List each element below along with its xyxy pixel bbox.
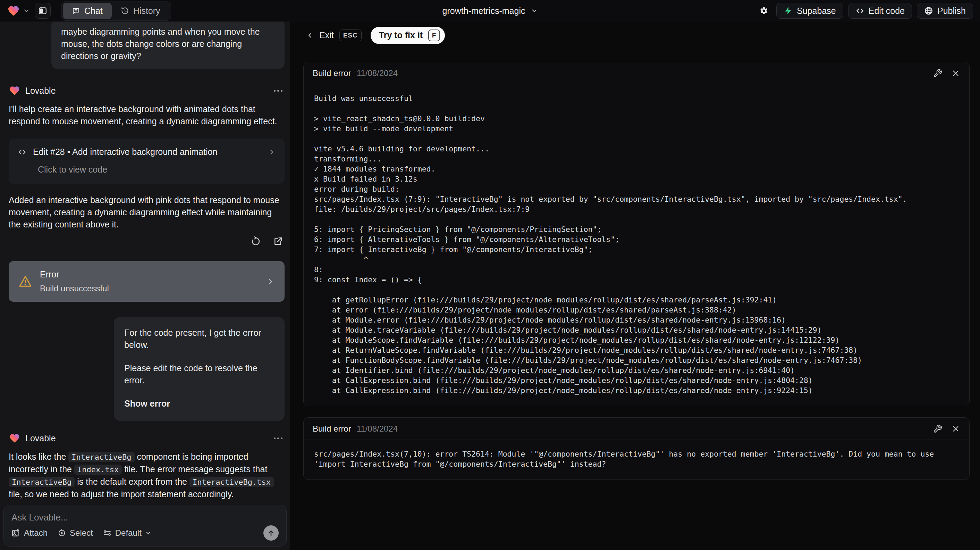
build-error-header: Build error 11/08/2024 xyxy=(304,62,969,84)
chevron-down-icon xyxy=(531,7,538,14)
error-card[interactable]: Error Build unsuccessful xyxy=(9,261,285,302)
attach-image-icon xyxy=(11,528,21,537)
select-target-icon xyxy=(57,528,66,537)
attach-label: Attach xyxy=(24,528,48,538)
log-line: at getRollupError (file:///builds/29/pro… xyxy=(314,295,959,305)
log-line: Build was unsuccessful xyxy=(314,93,959,104)
assistant-message: I'll help create an interactive backgrou… xyxy=(9,103,285,128)
fix-label: Try to fix it xyxy=(379,30,423,40)
build-error-panel-1: Build error 11/08/2024 Build was unsucce… xyxy=(303,62,970,406)
sidebar-panel-icon xyxy=(38,6,47,15)
topbar: Chat History growth-metrics-magic S xyxy=(0,0,980,22)
assistant-header: Lovable xyxy=(9,433,285,444)
publish-label: Publish xyxy=(937,6,966,16)
build-error-title: Build error xyxy=(313,424,351,434)
project-selector[interactable]: growth-metrics-magic xyxy=(442,0,538,22)
build-error-header: Build error 11/08/2024 xyxy=(304,418,969,440)
tab-history[interactable]: History xyxy=(112,3,169,19)
log-line: > vite_react_shadcn_ts@0.0.0 build:dev xyxy=(314,113,959,124)
close-icon[interactable] xyxy=(951,424,960,433)
esc-key-badge: ESC xyxy=(339,30,361,41)
lovable-avatar xyxy=(9,433,21,444)
log-line: at error (file:///builds/29/project/node… xyxy=(314,305,959,315)
chevron-right-icon xyxy=(267,277,275,286)
log-line: 7: import { InteractiveBg } from "@/comp… xyxy=(314,244,959,255)
message-actions xyxy=(9,235,285,248)
arrow-up-icon xyxy=(267,529,275,537)
message-text: file, so we need to adjust the import st… xyxy=(9,489,234,499)
log-line: 9: const Index = () => { xyxy=(314,275,959,285)
lovable-logo-icon xyxy=(7,5,20,17)
log-line: at Module.error (file:///builds/29/proje… xyxy=(314,315,959,325)
error-card-subtitle: Build unsuccessful xyxy=(40,284,109,293)
history-clock-icon xyxy=(121,6,129,15)
chevron-down-icon xyxy=(145,530,151,536)
log-line: 6: import { AlternativeTools } from "@/c… xyxy=(314,234,959,244)
tab-chat[interactable]: Chat xyxy=(63,3,112,19)
chevron-left-icon xyxy=(306,32,314,39)
globe-icon xyxy=(924,6,933,15)
supabase-button[interactable]: Supabase xyxy=(776,3,843,19)
log-line: 5: import { PricingSection } from "@/com… xyxy=(314,224,959,234)
build-error-title: Build error xyxy=(313,69,351,78)
publish-button[interactable]: Publish xyxy=(917,3,973,19)
log-line: at ReturnValueScope.findVariable (file:/… xyxy=(314,345,959,355)
chat-input[interactable] xyxy=(11,512,278,525)
chat-scroll-area[interactable]: maybe diagramming points and when you mo… xyxy=(0,22,290,502)
attach-button[interactable]: Attach xyxy=(11,528,48,538)
select-label: Select xyxy=(70,528,93,538)
edit-code-label: Edit code xyxy=(869,6,905,16)
log-line xyxy=(314,214,959,224)
chevron-right-icon xyxy=(268,148,275,156)
log-line: at ModuleScope.findVariable (file:///bui… xyxy=(314,335,959,345)
log-line: at CallExpression.bind (file:///builds/2… xyxy=(314,375,959,386)
log-line: at CallExpression.bind (file:///builds/2… xyxy=(314,386,959,395)
inline-code: InteractiveBg xyxy=(68,452,134,462)
composer: Attach Select Default xyxy=(3,505,286,547)
build-log: src/pages/Index.tsx(7,10): error TS2614:… xyxy=(304,440,969,480)
message-text: It looks like the xyxy=(9,452,68,461)
workspace-menu[interactable] xyxy=(7,5,30,17)
close-icon[interactable] xyxy=(951,69,960,78)
edit-card-subtitle: Click to view code xyxy=(38,164,275,175)
send-button[interactable] xyxy=(263,525,278,540)
log-line xyxy=(314,285,959,295)
sidebar-toggle-button[interactable] xyxy=(35,3,51,19)
message-text: is the default export from the xyxy=(75,477,189,486)
assistant-message: Added an interactive background with pin… xyxy=(9,194,285,231)
fix-wrench-icon[interactable] xyxy=(933,69,942,78)
supabase-label: Supabase xyxy=(797,6,836,16)
log-line: transforming... xyxy=(314,154,959,164)
log-line: at Module.traceVariable (file:///builds/… xyxy=(314,325,959,335)
log-line xyxy=(314,134,959,144)
user-message: maybe diagramming points and when you mo… xyxy=(51,22,285,69)
open-preview-icon[interactable] xyxy=(271,235,285,248)
settings-button[interactable] xyxy=(756,3,772,19)
more-menu-icon[interactable] xyxy=(272,435,285,441)
log-line: src/pages/Index.tsx (7:9): "InteractiveB… xyxy=(314,194,959,204)
show-error-link[interactable]: Show error xyxy=(124,398,274,410)
mode-dropdown[interactable]: Default xyxy=(103,528,151,538)
restore-icon[interactable] xyxy=(249,235,262,248)
edit-code-button[interactable]: Edit code xyxy=(848,3,912,19)
log-line: error during build: xyxy=(314,184,959,194)
tab-history-label: History xyxy=(133,6,160,16)
chat-history-switch: Chat History xyxy=(61,1,171,21)
more-menu-icon[interactable] xyxy=(272,88,285,94)
log-line: at FunctionBodyScope.findVariable (file:… xyxy=(314,355,959,365)
select-button[interactable]: Select xyxy=(57,528,93,538)
chat-bubble-icon xyxy=(72,6,80,15)
build-error-date: 11/08/2024 xyxy=(357,424,398,434)
chevron-down-icon xyxy=(23,7,30,14)
warning-triangle-icon xyxy=(18,275,32,289)
user-message-text: Please edit the code to resolve the erro… xyxy=(124,362,274,386)
log-line: ✓ 1844 modules transformed. xyxy=(314,164,959,174)
try-to-fix-button[interactable]: Try to fix it F xyxy=(371,27,445,44)
lovable-avatar xyxy=(9,85,21,96)
log-line: at Identifier.bind (file:///builds/29/pr… xyxy=(314,365,959,375)
exit-button[interactable]: Exit ESC xyxy=(306,30,361,41)
fix-wrench-icon[interactable] xyxy=(933,424,942,433)
error-card-title: Error xyxy=(40,269,109,279)
assistant-header: Lovable xyxy=(9,85,285,96)
edit-card-28[interactable]: Edit #28 • Add interactive background an… xyxy=(9,139,285,184)
